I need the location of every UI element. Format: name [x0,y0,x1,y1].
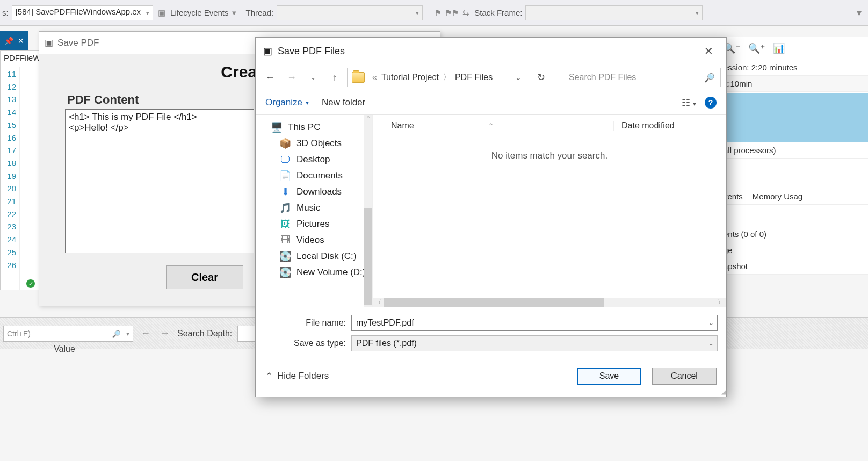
save-type-label: Save as type: [264,338,351,348]
tree-scrollbar[interactable]: ⌃ ⌄ [364,115,372,307]
hide-folders-toggle[interactable]: ⌃ Hide Folders [265,371,329,382]
tree-item[interactable]: 🎵Music [256,200,372,216]
process-combo[interactable]: [584] SavePDFFileWindowsApp.ex [12,5,153,20]
dialog-fields: File name: myTestPDF.pdf ⌄ Save as type:… [256,307,726,356]
line-number: 23 [1,220,16,233]
folder-type-icon: 💽 [279,267,291,278]
empty-list-message: No items match your search. [373,136,726,298]
file-name-input[interactable]: myTestPDF.pdf ⌄ [351,315,718,331]
refresh-button[interactable]: ↻ [531,68,552,87]
tree-item[interactable]: 🖵Desktop [256,152,372,168]
debug-toolbar: s: [584] SavePDFFileWindowsApp.ex ▣ Life… [0,0,868,26]
diag-snapshot[interactable]: apshot [718,258,868,275]
folder-tree[interactable]: 🖥️This PC📦3D Objects🖵Desktop📄Documents⬇D… [256,115,373,307]
close-dialog-button[interactable]: ✕ [699,42,719,60]
scroll-right-icon[interactable]: 〉 [718,298,724,307]
zoom-in-icon[interactable]: 🔍⁺ [748,42,765,54]
lifecycle-icon: ▣ [156,8,167,18]
forward-button[interactable]: → [283,68,301,87]
tree-item[interactable]: 💽Local Disk (C:) [256,248,372,264]
hscroll-thumb[interactable] [384,298,604,307]
folder-type-icon: 🖼 [279,219,291,229]
column-name[interactable]: Name ⌃ [373,121,613,131]
breadcrumb[interactable]: Tutorial Project [377,73,443,82]
search-files-input[interactable]: Search PDF Files 🔍 [563,68,721,87]
line-number: 12 [1,81,16,93]
clear-button[interactable]: Clear [166,265,243,289]
chevron-right-icon[interactable]: 〉 [443,73,451,82]
tree-item[interactable]: 💽New Volume (D:) [256,264,372,280]
view-mode-button[interactable]: ☷ ▾ [682,97,696,109]
flag-icon[interactable]: ⚑ [432,8,443,18]
pin-icon[interactable]: 📌 [4,37,13,45]
recent-dropdown[interactable]: ⌄ [304,68,322,87]
status-ok-icon: ✓ [26,279,35,288]
tree-item-label: Documents [296,170,343,181]
diag-events-count: ents (0 of 0) [718,226,868,242]
dialog-toolbar: Organize ▾ New folder ☷ ▾ ? [256,90,726,115]
line-number: 15 [1,119,16,132]
line-number: 22 [1,208,16,221]
chevron-down-icon: ▾ [306,99,309,106]
list-hscrollbar[interactable]: 〈 〉 [373,298,726,307]
sort-asc-icon: ⌃ [488,122,494,129]
chevron-down-icon[interactable]: ⌄ [708,319,714,327]
next-icon[interactable]: → [158,328,172,339]
address-dropdown-icon[interactable]: ⌄ [510,73,527,82]
diag-tab-memory[interactable]: Memory Usag [753,192,802,201]
line-number: 26 [1,259,16,272]
resize-grip[interactable]: ◢ [721,388,725,395]
scroll-up-icon[interactable]: ⌃ [366,115,371,122]
scroll-down-icon[interactable]: ⌄ [366,305,371,307]
thread-combo[interactable] [277,5,423,20]
diag-session: ession: 2:20 minutes [718,60,868,76]
locals-search-input[interactable]: Ctrl+E) 🔍 ▾ [3,326,133,342]
prev-icon[interactable]: ← [139,328,153,339]
scroll-thumb[interactable] [364,208,372,305]
editor-tab-active[interactable]: 📌 ✕ [0,31,28,50]
folder-type-icon: 💽 [279,251,291,262]
line-number: 16 [1,132,16,145]
value-column-header[interactable]: Value [0,344,129,354]
tree-item[interactable]: 📦3D Objects [256,135,372,152]
help-button[interactable]: ? [705,97,717,109]
tree-item-root[interactable]: 🖥️This PC [256,119,372,135]
pdf-content-textarea[interactable] [65,109,254,253]
stackframe-combo[interactable] [525,5,703,20]
dialog-title: Save PDF Files [278,46,345,57]
breadcrumb[interactable]: PDF Files [451,73,497,82]
lifecycle-label[interactable]: Lifecycle Events [170,8,228,17]
save-button[interactable]: Save [577,368,641,385]
address-bar[interactable]: « Tutorial Project 〉 PDF Files ⌄ [347,68,527,87]
flags-icon[interactable]: ⚑⚑ [446,8,457,18]
folder-type-icon: 📄 [279,170,291,181]
organize-menu[interactable]: Organize ▾ [265,97,309,108]
stack-icon[interactable]: ⇆ [460,8,471,18]
thread-label: Thread: [246,8,274,17]
tree-item[interactable]: 🖼Pictures [256,216,372,232]
save-type-select[interactable]: PDF files (*.pdf) ⌄ [351,335,718,351]
tree-item[interactable]: 📄Documents [256,168,372,184]
line-number: 21 [1,195,16,208]
new-folder-button[interactable]: New folder [322,97,365,108]
dialog-titlebar: ▣ Save PDF Files ✕ [256,38,726,64]
close-tab-icon[interactable]: ✕ [18,37,24,45]
up-button[interactable]: ↑ [326,68,344,87]
metrics-icon[interactable]: 📊 [773,42,785,54]
tree-item[interactable]: ⬇Downloads [256,184,372,200]
column-date[interactable]: Date modified [613,121,726,131]
dialog-footer: ⌃ Hide Folders Save Cancel [256,356,726,397]
tree-item[interactable]: 🎞Videos [256,232,372,248]
line-number: 25 [1,246,16,259]
line-number: 18 [1,157,16,170]
diagnostics-panel: 🔍⁻ 🔍⁺ 📊 ession: 2:20 minutes 2:10min all… [718,37,868,275]
cancel-button[interactable]: Cancel [652,368,717,385]
folder-type-icon: 🖵 [279,154,291,165]
search-depth-label: Search Depth: [177,329,232,338]
toolbar-overflow[interactable]: ▾ [852,7,866,19]
chevron-up-icon: ⌃ [265,371,273,382]
scroll-left-icon[interactable]: 〈 [375,298,381,307]
chevron-down-icon[interactable]: ⌄ [708,340,714,347]
folder-type-icon: 🖥️ [271,122,283,133]
back-button[interactable]: ← [261,68,279,87]
